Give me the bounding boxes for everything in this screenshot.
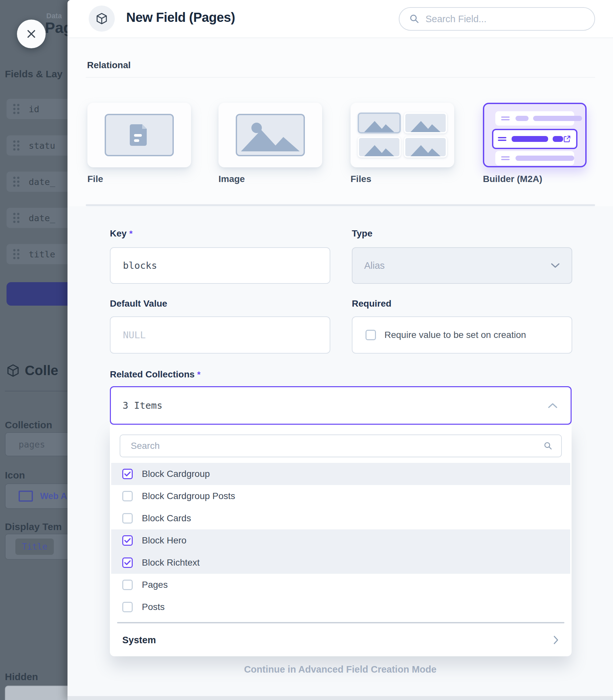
field-row-id: id [6,99,67,119]
list-item-posts[interactable]: Posts [111,596,570,618]
icon-label: Icon [5,470,25,481]
box-icon [95,12,108,25]
key-input[interactable] [110,247,330,284]
drag-handle-icon [12,212,20,224]
field-row-date: date_ [6,171,67,192]
advanced-mode-link[interactable]: Continue in Advanced Field Creation Mode [67,664,613,675]
drag-handle-icon [501,116,510,121]
check-icon [124,560,131,565]
placeholder-bar [516,116,529,121]
related-collections-value: 3 Items [122,400,162,411]
placeholder-bar [516,156,574,161]
list-item-pages[interactable]: Pages [111,574,570,596]
field-name: title [29,249,55,259]
field-name: statu [29,141,55,151]
checkbox[interactable] [122,513,133,523]
list-item-block-hero[interactable]: Block Hero [111,529,570,552]
close-button[interactable] [17,20,45,48]
field-name: date_ [29,213,55,223]
title-chip: Title [15,539,54,555]
card-label: Image [219,174,322,184]
key-value-input[interactable] [122,260,313,271]
placeholder-bar [533,116,582,121]
field-type-card-files[interactable]: Files [351,103,454,184]
system-label: System [122,635,156,646]
default-value-input[interactable] [110,316,330,353]
close-icon [25,28,37,40]
list-item-block-richtext[interactable]: Block Richtext [111,552,570,574]
list-item-block-cardgroup[interactable]: Block Cardgroup [111,463,570,485]
related-collections-label: Related Collections* [110,369,200,380]
chevron-down-icon [551,263,560,268]
checkbox[interactable] [122,469,133,479]
search-field-input[interactable] [425,13,583,25]
related-collections-select[interactable]: 3 Items [110,386,572,425]
box-icon [6,363,20,378]
list-item-block-cards[interactable]: Block Cards [111,507,570,529]
builder-row [495,111,574,126]
field-name: date_ [29,177,55,187]
image-thumbnail [236,114,305,156]
card-image[interactable] [219,103,322,167]
footer-strip [67,696,613,700]
field-type-card-builder-m2a[interactable]: Builder (M2A) [483,103,587,184]
mountain-icon [404,113,447,133]
field-row-status: statu [6,135,67,156]
hidden-input [5,686,67,700]
chevron-right-icon [553,635,559,645]
drag-handle-icon [498,137,506,142]
required-asterisk: * [129,229,132,238]
box-icon-badge [89,5,115,31]
card-files[interactable] [351,103,454,167]
placeholder-bar [512,136,548,142]
system-collections-row[interactable]: System [110,627,572,652]
related-collections-dropdown: Block Cardgroup Block Cardgroup Posts Bl… [110,425,572,656]
field-row-date2: date_ [6,208,67,228]
checkbox[interactable] [122,491,133,501]
drag-handle-icon [12,176,20,187]
background-sidebar: Data Pag Fields & Lay id statu date_ dat… [0,0,67,700]
card-label: Files [351,174,454,184]
card-file[interactable] [87,103,191,167]
drag-handle-icon [501,156,510,161]
card-builder-selected[interactable] [483,103,587,167]
type-selected-value: Alias [364,260,385,271]
field-search[interactable] [399,7,595,31]
divider [86,77,595,78]
screen: Data Pag Fields & Lay id statu date_ dat… [0,0,613,700]
checkbox[interactable] [122,602,133,612]
collection-search-input[interactable] [130,440,544,452]
field-type-card-image[interactable]: Image [219,103,322,184]
collection-input: pages [5,432,67,456]
required-checkbox[interactable] [366,330,376,340]
divider [5,391,67,391]
checkbox[interactable] [122,580,133,590]
fields-layout-heading: Fields & Lay [5,68,63,80]
field-name: id [29,104,39,114]
default-value-field[interactable] [122,329,313,341]
drawer-header: New Field (Pages) [67,0,613,38]
collection-heading: Colle [6,363,58,378]
check-icon [124,538,131,543]
chevron-up-icon [548,402,558,409]
checkbox[interactable] [122,557,133,568]
icon-input: Web A [5,483,67,509]
file-thumbnail [105,114,174,156]
checkbox[interactable] [122,535,133,546]
list-item-block-cardgroup-posts[interactable]: Block Cardgroup Posts [111,485,570,507]
search-icon [544,441,553,451]
placeholder-bar [553,136,563,142]
type-select[interactable]: Alias [352,247,572,284]
section-divider [86,204,595,206]
icon-value: Web A [40,491,67,501]
search-icon [409,14,420,24]
required-checkbox-label: Require value to be set on creation [384,330,526,340]
sidebar-primary-button [6,282,67,306]
relational-heading: Relational [87,60,131,70]
card-label: Builder (M2A) [483,174,587,184]
page-title: Pag [45,19,67,37]
field-type-card-file[interactable]: File [87,103,191,184]
collection-search[interactable] [120,435,562,457]
mountain-icon [358,113,401,133]
required-checkbox-box: Require value to be set on creation [352,316,572,353]
